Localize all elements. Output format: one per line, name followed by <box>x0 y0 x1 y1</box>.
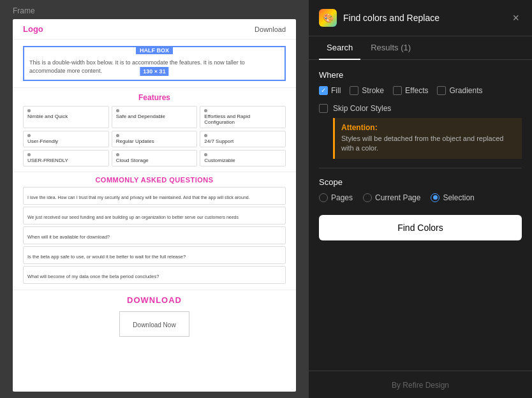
frame-download-link: Download <box>255 26 286 33</box>
feature-card: Nimble and Quick <box>23 106 109 128</box>
features-section: Features Nimble and Quick Safe and Depen… <box>13 88 296 172</box>
frame-logo: Logo <box>23 24 43 34</box>
tab-results[interactable]: Results (1) <box>363 36 418 60</box>
find-colors-button[interactable]: Find Colors <box>319 215 522 240</box>
skip-color-styles-row[interactable]: Skip Color Styles <box>319 104 522 113</box>
effects-label: Effects <box>405 86 428 95</box>
feature-card: Cloud Storage <box>112 150 198 166</box>
tab-search[interactable]: Search <box>319 36 360 60</box>
feature-card: USER-FRIENDLY <box>23 150 109 166</box>
panel-title: Find colors and Replace <box>343 13 440 23</box>
panel-tabs: Search Results (1) <box>309 36 532 60</box>
feature-card: Safe and Dependable <box>112 106 198 128</box>
faq-intro2: We just received our seed funding and ar… <box>23 207 286 225</box>
gradients-label: Gradients <box>449 86 482 95</box>
selection-label: Selection <box>443 193 474 202</box>
frame-content: Logo Download HALF BOX This is a double-… <box>13 19 296 392</box>
half-box-label: HALF BOX <box>136 47 173 54</box>
fill-label: Fill <box>331 86 341 95</box>
fill-check-icon: ✓ <box>321 87 326 94</box>
feature-card: User-Friendly <box>23 131 109 147</box>
feature-card: Customizable <box>200 150 286 166</box>
attention-text: Styles will be detached from the object … <box>341 134 515 154</box>
right-panel: 🎨 Find colors and Replace × Search Resul… <box>309 0 532 398</box>
gradients-checkbox-box[interactable] <box>437 86 446 95</box>
current-page-label: Current Page <box>375 193 420 202</box>
feature-card: Regular Updates <box>112 131 198 147</box>
download-btn-wrapper[interactable]: Download Now <box>119 311 189 337</box>
effects-checkbox[interactable]: Effects <box>393 86 428 95</box>
panel-header: 🎨 Find colors and Replace × <box>309 0 532 36</box>
pages-radio[interactable]: Pages <box>319 193 353 202</box>
skip-checkbox-box[interactable] <box>319 104 328 113</box>
current-page-radio[interactable]: Current Page <box>363 193 420 202</box>
faq-question-1: When will it be avaliable for download? <box>23 226 286 244</box>
scope-radio-row: Pages Current Page Selection <box>319 193 522 202</box>
selection-radio[interactable]: Selection <box>431 193 474 202</box>
where-label: Where <box>319 70 522 80</box>
faq-question-3: What will become of my data once the bet… <box>23 266 286 284</box>
faq-title: COMMONLY ASKED QUESTIONS <box>23 176 286 184</box>
attention-box: Attention: Styles will be detached from … <box>333 118 522 159</box>
download-title: DOWNLOAD <box>23 295 286 305</box>
effects-checkbox-box[interactable] <box>393 86 402 95</box>
scope-label: Scope <box>319 177 522 187</box>
faq-intro2-text: We just received our seed funding and ar… <box>27 215 239 219</box>
pages-radio-circle[interactable] <box>319 193 328 202</box>
size-badge: 130 × 31 <box>140 67 168 76</box>
fill-checkbox[interactable]: ✓ Fill <box>319 86 341 95</box>
stroke-label: Stroke <box>362 86 384 95</box>
frame-topbar: Logo Download <box>13 19 296 40</box>
panel-header-left: 🎨 Find colors and Replace <box>319 9 440 27</box>
close-button[interactable]: × <box>510 10 522 26</box>
half-box-section: HALF BOX This is a double-width box belo… <box>13 40 296 88</box>
feature-card: 24/7 Support <box>200 131 286 147</box>
plugin-icon: 🎨 <box>319 9 337 27</box>
where-options-row: ✓ Fill Stroke Effects Gradients <box>319 86 522 95</box>
features-grid: Nimble and Quick Safe and Dependable Eff… <box>23 106 286 166</box>
features-title: Features <box>23 93 286 102</box>
gradients-checkbox[interactable]: Gradients <box>437 86 482 95</box>
faq-intro: I love the idea. How can I trust that my… <box>23 187 286 205</box>
footer-text: By Refire Design <box>392 381 449 390</box>
stroke-checkbox-box[interactable] <box>350 86 358 95</box>
skip-label: Skip Color Styles <box>333 104 391 113</box>
fill-checkbox-box[interactable]: ✓ <box>319 86 328 95</box>
pages-label: Pages <box>331 193 353 202</box>
faq-intro-text: I love the idea. How can I trust that my… <box>27 195 250 200</box>
panel-footer: By Refire Design <box>309 371 532 398</box>
download-section: DOWNLOAD Download Now <box>13 290 296 342</box>
faq-section: COMMONLY ASKED QUESTIONS I love the idea… <box>13 172 296 290</box>
canvas-area: Frame Logo Download HALF BOX This is a d… <box>0 0 309 398</box>
current-page-radio-circle[interactable] <box>363 193 372 202</box>
selection-radio-circle[interactable] <box>431 193 440 202</box>
frame-label: Frame <box>13 6 35 15</box>
stroke-checkbox[interactable]: Stroke <box>350 86 384 95</box>
attention-title: Attention: <box>341 123 515 132</box>
download-btn-text: Download Now <box>133 321 175 328</box>
divider <box>319 168 522 168</box>
selection-radio-dot <box>433 195 438 200</box>
feature-card: Effortless and Rapid Configuration <box>200 106 286 128</box>
faq-question-2: Is the beta app safe to use, or would it… <box>23 246 286 264</box>
half-box-inner: HALF BOX This is a double-width box belo… <box>23 46 286 81</box>
panel-body: Where ✓ Fill Stroke Effects Gradients <box>309 60 532 371</box>
